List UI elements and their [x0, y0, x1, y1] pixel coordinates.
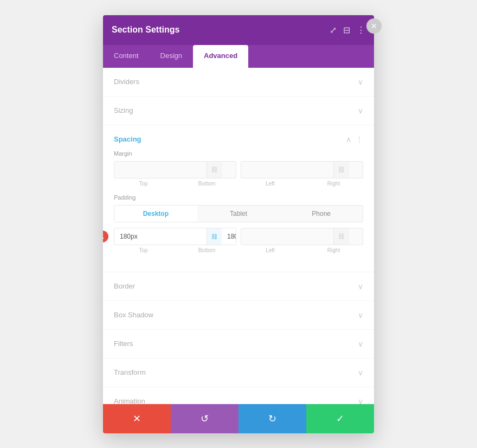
modal-footer: ✕ ↺ ↻ ✓	[103, 404, 374, 433]
cancel-button[interactable]: ✕	[103, 404, 171, 433]
padding-topbottom-group: ⛓	[114, 228, 236, 245]
close-button[interactable]: ✕	[366, 18, 382, 34]
transform-section[interactable]: Transform ∨	[103, 359, 374, 387]
margin-left-input[interactable]	[241, 162, 333, 178]
border-label: Border	[114, 282, 135, 290]
margin-input-row: ⛓ ⛓	[114, 161, 363, 178]
padding-link-icon[interactable]: ⛓	[207, 228, 222, 245]
padding-right-input[interactable]	[349, 228, 363, 245]
spacing-header[interactable]: Spacing ∧ ⋮	[103, 125, 374, 150]
spacing-section: Spacing ∧ ⋮ Margin ⛓	[103, 125, 374, 272]
margin-top-group: ⛓	[114, 161, 236, 178]
more-options-icon[interactable]: ⋮	[357, 25, 365, 35]
transform-label: Transform	[114, 368, 146, 376]
padding-label: Padding	[114, 194, 363, 201]
tab-advanced[interactable]: Advanced	[193, 45, 248, 68]
margin-labels: Top Bottom Left Right	[114, 181, 363, 187]
dividers-chevron: ∨	[358, 78, 363, 86]
animation-section[interactable]: Animation ∨	[103, 387, 374, 404]
section-settings-modal: Section Settings ⤢ ⊟ ⋮ Content Design Ad…	[103, 15, 374, 433]
resp-tab-phone[interactable]: Phone	[280, 206, 363, 222]
sizing-chevron: ∨	[358, 106, 363, 115]
padding-left-label: Left	[241, 247, 300, 253]
margin-left-label: Left	[241, 181, 300, 187]
header-icons: ⤢ ⊟ ⋮	[330, 25, 365, 35]
margin-topbottom-link[interactable]: ⛓	[207, 162, 222, 178]
box-shadow-section[interactable]: Box Shadow ∨	[103, 301, 374, 330]
tabs-bar: Content Design Advanced	[103, 45, 374, 68]
filters-chevron: ∨	[358, 340, 363, 348]
margin-label: Margin	[114, 150, 363, 157]
dividers-label: Dividers	[114, 78, 139, 86]
padding-labels: Top Bottom Left Right	[114, 247, 363, 253]
resp-tab-tablet[interactable]: Tablet	[197, 206, 280, 222]
resp-tab-desktop[interactable]: Desktop	[114, 206, 197, 222]
modal-body: Dividers ∨ Sizing ∨ Spacing ∧ ⋮	[103, 68, 374, 404]
margin-right-input[interactable]	[349, 162, 363, 178]
box-shadow-chevron: ∨	[358, 311, 363, 319]
filters-section[interactable]: Filters ∨	[103, 330, 374, 359]
redo-icon: ↻	[268, 413, 276, 425]
fullscreen-icon[interactable]: ⤢	[330, 25, 337, 35]
spacing-menu-icon[interactable]: ⋮	[356, 135, 363, 144]
border-section[interactable]: Border ∨	[103, 272, 374, 301]
tab-design[interactable]: Design	[150, 45, 193, 68]
padding-leftright-link[interactable]: ⛓	[333, 228, 349, 245]
close-icon: ✕	[371, 22, 377, 30]
margin-bottom-label: Bottom	[177, 181, 236, 187]
reset-button[interactable]: ↺	[171, 404, 238, 433]
modal-title: Section Settings	[112, 25, 179, 35]
padding-bottom-label: Bottom	[177, 247, 236, 253]
margin-top-label: Top	[114, 181, 173, 187]
margin-bottom-input[interactable]	[222, 162, 236, 178]
margin-top-input[interactable]	[114, 162, 207, 178]
margin-leftright-group: ⛓	[241, 161, 363, 178]
redo-button[interactable]: ↻	[238, 404, 306, 433]
reset-icon: ↺	[201, 413, 209, 425]
spacing-header-icons: ∧ ⋮	[346, 135, 363, 144]
tab-content[interactable]: Content	[103, 45, 150, 68]
responsive-tabs: Desktop Tablet Phone	[114, 205, 363, 222]
margin-leftright-link[interactable]: ⛓	[333, 162, 349, 178]
spacing-collapse-icon[interactable]: ∧	[346, 135, 351, 144]
padding-input-row: 1 ⛓ ⛓	[114, 228, 363, 245]
padding-bottom-input[interactable]	[222, 228, 236, 245]
padding-right-label: Right	[304, 247, 363, 253]
spacing-content: Margin ⛓ ⛓	[103, 150, 374, 272]
save-icon: ✓	[336, 413, 344, 425]
filters-label: Filters	[114, 340, 133, 348]
padding-left-input[interactable]	[241, 228, 333, 245]
animation-label: Animation	[114, 397, 145, 404]
animation-chevron: ∨	[358, 397, 363, 404]
transform-chevron: ∨	[358, 368, 363, 377]
save-button[interactable]: ✓	[306, 404, 374, 433]
split-view-icon[interactable]: ⊟	[343, 25, 350, 35]
box-shadow-label: Box Shadow	[114, 311, 153, 319]
padding-top-label: Top	[114, 247, 173, 253]
dividers-section[interactable]: Dividers ∨	[103, 68, 374, 97]
sizing-section[interactable]: Sizing ∨	[103, 97, 374, 125]
modal-header: Section Settings ⤢ ⊟ ⋮	[103, 15, 374, 45]
padding-top-input[interactable]	[114, 228, 207, 245]
spacing-title: Spacing	[114, 135, 141, 143]
border-chevron: ∨	[358, 282, 363, 291]
cancel-icon: ✕	[133, 413, 141, 425]
sizing-label: Sizing	[114, 106, 133, 114]
step-badge: 1	[103, 231, 108, 242]
modal-wrapper: ✕ Section Settings ⤢ ⊟ ⋮ Content Design …	[103, 15, 374, 433]
padding-leftright-group: ⛓	[241, 228, 363, 245]
margin-right-label: Right	[304, 181, 363, 187]
